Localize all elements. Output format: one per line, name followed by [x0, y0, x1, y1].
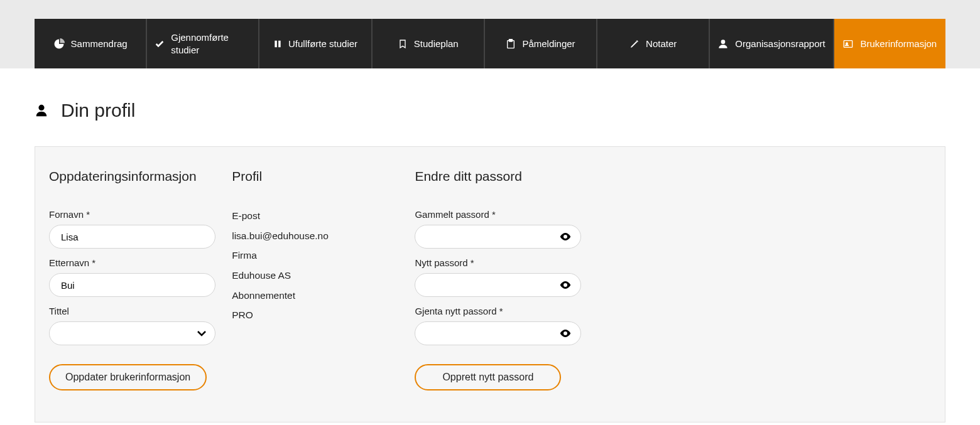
profile-column: Profil E-post lisa.bui@eduhouse.no Firma…: [231, 169, 401, 390]
create-password-button[interactable]: Opprett nytt passord: [415, 364, 561, 390]
repeat-password-label: Gjenta nytt passord *: [415, 306, 582, 316]
person-icon: [35, 104, 48, 117]
tab-user-info[interactable]: Brukerinformasjon: [834, 19, 945, 68]
svg-rect-1: [278, 40, 281, 47]
pie-chart-icon: [53, 38, 65, 50]
id-card-icon: [842, 39, 854, 49]
check-icon: [155, 39, 165, 49]
nav-label: Organisasjonsrapport: [735, 38, 825, 49]
last-name-label: Etternavn *: [49, 257, 217, 268]
person-report-icon: [717, 39, 729, 49]
field-old-password: Gammelt passord *: [415, 209, 582, 249]
content: Din profil Oppdateringsinformasjon Forna…: [0, 68, 980, 425]
tab-incomplete-studies[interactable]: Ufullførte studier: [259, 19, 372, 68]
field-repeat-password: Gjenta nytt passord *: [415, 306, 582, 345]
password-heading: Endre ditt passord: [415, 169, 582, 184]
title-label: Tittel: [49, 306, 217, 316]
nav-label: Brukerinformasjon: [860, 38, 937, 49]
company-label: Firma: [232, 249, 400, 262]
tab-summary[interactable]: Sammendrag: [35, 19, 147, 68]
nav-label: Notater: [646, 38, 677, 49]
nav-label: Studieplan: [414, 38, 459, 49]
first-name-label: Fornavn *: [49, 209, 217, 220]
svg-rect-3: [509, 39, 513, 41]
eye-icon[interactable]: [560, 233, 571, 240]
spacer: [597, 169, 932, 390]
svg-rect-0: [275, 40, 277, 47]
tab-completed-studies[interactable]: Gjennomførte studier: [147, 19, 259, 68]
new-password-label: Nytt passord *: [415, 257, 582, 268]
clipboard-icon: [506, 38, 516, 50]
update-user-info-button[interactable]: Oppdater brukerinformasjon: [49, 364, 207, 390]
profile-panel: Oppdateringsinformasjon Fornavn * Ettern…: [35, 146, 945, 422]
email-label: E-post: [232, 209, 400, 223]
subscription-value: PRO: [232, 308, 400, 322]
subscription-label: Abonnementet: [232, 289, 400, 303]
eye-icon[interactable]: [560, 330, 571, 337]
update-info-column: Oppdateringsinformasjon Fornavn * Ettern…: [48, 169, 218, 390]
field-first-name: Fornavn *: [49, 209, 217, 249]
eye-icon[interactable]: [560, 281, 571, 289]
page-title-row: Din profil: [35, 100, 945, 121]
field-new-password: Nytt passord *: [415, 257, 582, 297]
nav-label: Påmeldinger: [522, 38, 575, 49]
first-name-input[interactable]: [49, 225, 215, 249]
nav-label: Sammendrag: [71, 38, 128, 49]
old-password-label: Gammelt passord *: [415, 209, 582, 220]
top-gray-bar: [0, 0, 980, 19]
profile-heading: Profil: [232, 169, 400, 184]
update-info-heading: Oppdateringsinformasjon: [49, 169, 217, 184]
company-value: Eduhouse AS: [232, 269, 400, 282]
old-password-input[interactable]: [415, 225, 581, 249]
field-title: Tittel: [49, 306, 217, 345]
email-value: lisa.bui@eduhouse.no: [232, 229, 400, 243]
last-name-input[interactable]: [49, 273, 215, 297]
password-column: Endre ditt passord Gammelt passord * Nyt…: [413, 169, 584, 390]
tab-enrollments[interactable]: Påmeldinger: [485, 19, 597, 68]
bookmark-icon: [398, 39, 408, 49]
new-password-input[interactable]: [415, 273, 581, 297]
nav-label: Ufullførte studier: [288, 38, 357, 50]
main-nav: Sammendrag Gjennomførte studier Ufullfør…: [0, 19, 980, 68]
pencil-icon: [629, 39, 640, 49]
page-title: Din profil: [61, 100, 135, 121]
tab-org-report[interactable]: Organisasjonsrapport: [710, 19, 834, 68]
nav-label: Gjennomførte studier: [171, 31, 251, 56]
tab-notes[interactable]: Notater: [597, 19, 710, 68]
field-last-name: Etternavn *: [49, 257, 217, 297]
svg-point-5: [846, 43, 848, 45]
repeat-password-input[interactable]: [415, 321, 581, 345]
pause-icon: [273, 40, 282, 48]
title-select[interactable]: [49, 321, 215, 345]
tab-study-plan[interactable]: Studieplan: [373, 19, 485, 68]
svg-rect-4: [844, 40, 852, 47]
